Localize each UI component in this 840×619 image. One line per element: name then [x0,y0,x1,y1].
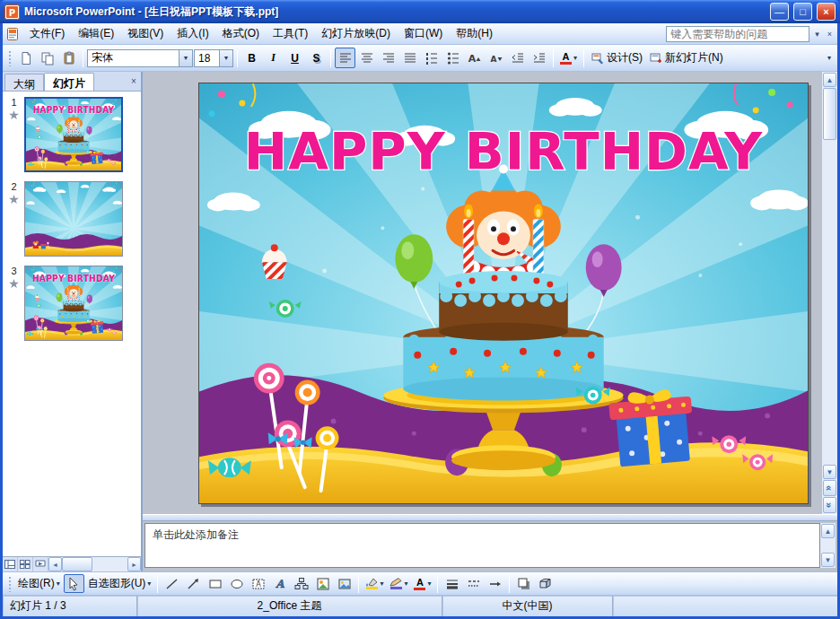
notes-splitter[interactable] [143,514,837,521]
menu-help[interactable]: 帮助(H) [450,22,499,45]
notes-scroll-down-button[interactable]: ▼ [821,553,835,567]
menu-slideshow[interactable]: 幻灯片放映(D) [315,22,397,45]
toolbar-grip[interactable] [8,576,12,592]
new-document-button[interactable] [15,48,36,68]
arrow-tool-button[interactable] [183,574,204,593]
minimize-button[interactable]: — [770,3,789,21]
new-slide-button[interactable]: 新幻灯片(N) [646,48,726,68]
toolbar-options-icon[interactable]: ▾ [824,54,835,62]
text-box-button[interactable]: A [248,574,268,593]
panel-close-button[interactable]: × [127,72,141,91]
scroll-up-button[interactable]: ▲ [823,73,836,87]
line-color-dropdown-icon[interactable]: ▾ [404,580,407,588]
align-center-button[interactable] [356,48,377,68]
increase-font-button[interactable]: A [464,48,485,68]
clip-art-button[interactable] [312,574,333,593]
slide-thumbnail-2[interactable] [24,181,123,257]
draw-menu-button[interactable]: 绘图(R) ▾ [15,574,63,593]
transition-icon[interactable] [9,110,19,120]
help-question-input[interactable] [666,26,809,42]
numbering-button[interactable] [421,48,442,68]
line-tool-button[interactable] [162,574,182,593]
document-icon[interactable] [5,27,20,41]
scroll-left-icon[interactable]: ◄ [48,557,62,571]
increase-indent-button[interactable] [529,48,549,68]
menu-tools[interactable]: 工具(T) [267,22,314,45]
decrease-indent-button[interactable] [507,48,528,68]
dash-style-button[interactable] [463,574,484,593]
text-shadow-button[interactable]: S [306,48,327,68]
menu-view[interactable]: 视图(V) [121,22,170,45]
scroll-down-button[interactable]: ▼ [823,465,836,479]
scroll-up-icon: ▲ [827,76,834,84]
status-spacer [613,596,837,616]
transition-icon[interactable] [9,195,19,205]
slide-thumbnail-1[interactable] [24,97,123,172]
font-size-dropdown-icon[interactable]: ▼ [219,50,232,66]
menu-window[interactable]: 窗口(W) [398,22,449,45]
font-size-combo[interactable]: 18 ▼ [194,49,233,67]
scroll-right-icon[interactable]: ► [127,557,141,571]
design-button[interactable]: 设计(S) [588,48,645,68]
menu-file[interactable]: 文件(F) [23,22,71,45]
slide-sorter-view-button[interactable] [18,557,33,571]
select-objects-button[interactable] [64,574,84,593]
thumbnail-row: 3 [6,266,137,341]
align-left-button[interactable] [335,48,355,68]
vertical-scroll-thumb[interactable] [823,88,836,140]
fill-color-dropdown-icon[interactable]: ▾ [380,580,383,588]
font-color-button[interactable]: A ▾ [557,48,580,68]
paste-button[interactable] [58,48,79,68]
maximize-button[interactable]: □ [793,3,812,21]
font-name-dropdown-icon[interactable]: ▼ [179,50,192,66]
tab-outline[interactable]: 大纲 [4,74,44,91]
slide-canvas[interactable] [198,83,809,504]
line-style-button[interactable] [442,574,462,593]
oval-tool-button[interactable] [226,574,247,593]
arrow-style-button[interactable] [485,574,505,593]
tab-slides[interactable]: 幻灯片 [44,73,94,91]
menubar-close-icon[interactable]: × [825,30,835,39]
rectangle-tool-button[interactable] [205,574,225,593]
decrease-font-button[interactable]: A [486,48,506,68]
autoshapes-menu-button[interactable]: 自选图形(U) ▾ [85,574,154,593]
previous-slide-button[interactable]: « [823,480,836,496]
copy-button[interactable] [37,48,57,68]
line-color-button[interactable]: ▾ [387,574,410,593]
italic-button[interactable]: I [263,48,284,68]
horizontal-scroll-track[interactable] [92,557,127,571]
shadow-style-button[interactable] [513,574,534,593]
bullets-button[interactable] [442,48,463,68]
slide-thumbnail-3[interactable] [24,266,123,341]
horizontal-scroll-thumb[interactable] [62,557,92,571]
wordart-button[interactable]: A [269,574,290,593]
font-color-dropdown-icon[interactable]: ▾ [573,54,577,62]
close-button[interactable]: × [817,3,836,21]
notes-input[interactable]: 单击此处添加备注 [144,523,820,568]
next-slide-button[interactable]: » [823,497,836,513]
toolbar-separator [237,49,238,67]
menu-format[interactable]: 格式(O) [216,22,266,45]
slideshow-view-button[interactable] [33,557,48,571]
insert-picture-button[interactable] [334,574,354,593]
drawing-font-color-button[interactable]: A ▾ [411,574,433,593]
align-right-button[interactable] [378,48,398,68]
transition-icon[interactable] [9,279,19,289]
drawing-font-color-dropdown-icon[interactable]: ▾ [427,580,431,588]
notes-scroll-up-button[interactable]: ▲ [821,524,835,538]
font-name-combo[interactable]: 宋体 ▼ [87,49,193,67]
fill-color-button[interactable]: ▾ [363,574,386,593]
diagram-button[interactable] [291,574,311,593]
distribute-button[interactable] [399,48,420,68]
panel-horizontal-scrollbar[interactable]: ◄ ► [48,557,141,571]
help-dropdown-icon[interactable]: ▾ [812,30,822,39]
menu-edit[interactable]: 编辑(E) [72,22,120,45]
vertical-scroll-track[interactable] [823,141,836,464]
powerpoint-icon[interactable]: P [4,4,20,20]
menu-insert[interactable]: 插入(I) [171,22,214,45]
normal-view-button[interactable] [3,557,18,571]
toolbar-grip[interactable] [8,50,12,66]
three-d-style-button[interactable] [535,574,556,593]
bold-button[interactable]: B [241,48,262,68]
underline-button[interactable]: U [284,48,305,68]
